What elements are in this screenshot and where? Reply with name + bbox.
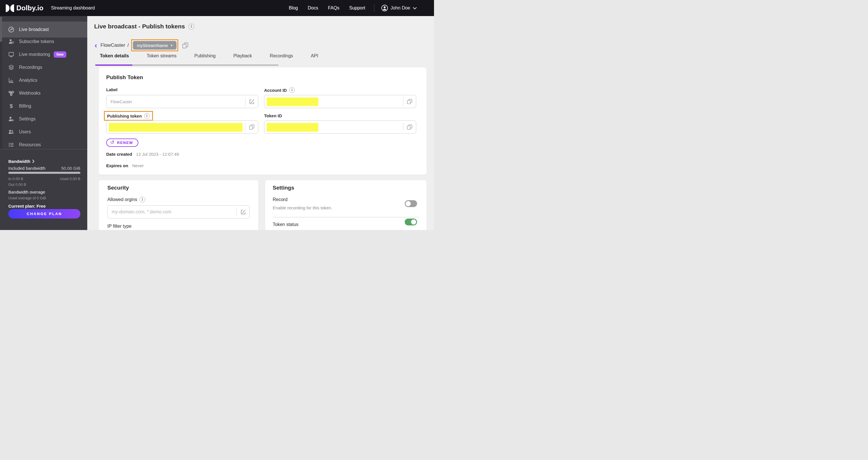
- token-id-input-box: [264, 121, 416, 134]
- edit-icon[interactable]: [237, 209, 249, 215]
- tab-underline-track: [95, 65, 278, 66]
- sidebar-item-label: Subscribe tokens: [19, 39, 54, 44]
- webhook-icon: [8, 90, 14, 96]
- sidebar-divider: [0, 149, 87, 150]
- breadcrumb-parent[interactable]: FlowCaster: [100, 42, 125, 48]
- nav-blog[interactable]: Blog: [289, 5, 298, 11]
- bandwidth-in-used-row: In 0.00 B Used 0.00 B: [8, 177, 81, 181]
- breadcrumb-separator: /: [127, 42, 129, 48]
- user-name: John Doe: [391, 5, 410, 11]
- renew-button[interactable]: ↺ RENEW: [106, 138, 138, 147]
- sidebar-item-live-monitoring[interactable]: Live monitoring New: [2, 48, 87, 61]
- included-bandwidth-row: Included bandwidth 50.00 GiB: [8, 166, 81, 171]
- copy-account-id-icon[interactable]: [403, 98, 416, 105]
- publishing-token-info-icon[interactable]: i: [144, 113, 150, 119]
- label-input[interactable]: [106, 99, 245, 104]
- tab-playback[interactable]: Playback: [229, 53, 257, 59]
- sidebar-item-subscribe-tokens[interactable]: Subscribe tokens: [2, 35, 87, 48]
- page-title-info-icon[interactable]: i: [188, 24, 194, 30]
- publish-token-card: Publish Token Label Account ID i: [99, 67, 427, 175]
- topnav-divider: [374, 4, 374, 12]
- tab-publishing[interactable]: Publishing: [190, 53, 220, 59]
- token-id-redaction: [267, 123, 318, 132]
- back-chevron-icon[interactable]: ‹: [95, 41, 97, 49]
- account-id-field-label: Account ID i: [264, 87, 295, 93]
- account-id-label-text: Account ID: [264, 88, 287, 93]
- top-nav: Blog Docs FAQs Support John Doe: [279, 4, 417, 12]
- renew-icon: ↺: [110, 139, 115, 145]
- change-plan-button[interactable]: CHANGE PLAN: [8, 209, 81, 219]
- renew-label: RENEW: [117, 140, 133, 145]
- sidebar-item-label: Settings: [19, 117, 36, 122]
- nav-support[interactable]: Support: [349, 5, 365, 11]
- sidebar-item-billing[interactable]: $ Billing: [2, 100, 87, 112]
- date-created-row: Date created 12 Jul 2023 - 12:07:49: [106, 152, 179, 157]
- sidebar-item-label: Live broadcast: [19, 27, 49, 32]
- allowed-origins-input[interactable]: [107, 209, 237, 215]
- included-bandwidth-label: Included bandwidth: [8, 166, 45, 171]
- stream-name-dropdown[interactable]: myStreamName ▾: [133, 41, 177, 50]
- user-avatar-icon: [381, 5, 388, 11]
- copy-token-id-icon[interactable]: [403, 124, 416, 130]
- settings-divider: [273, 217, 419, 218]
- chevron-right-icon: [32, 160, 34, 163]
- sidebar-item-recordings[interactable]: Recordings: [2, 61, 87, 74]
- sidebar-item-users[interactable]: Users: [2, 125, 87, 138]
- brand-name: Dolby.io: [17, 4, 43, 12]
- sidebar-item-label: Analytics: [19, 78, 37, 83]
- ip-filter-field-label: IP filter type: [107, 224, 131, 229]
- sidebar-item-webhooks[interactable]: Webhooks: [2, 87, 87, 100]
- nav-docs[interactable]: Docs: [308, 5, 318, 11]
- publishing-token-input-box: [106, 121, 258, 134]
- token-status-toggle[interactable]: [405, 219, 417, 225]
- bandwidth-used: Used 0.00 B: [60, 177, 81, 181]
- sidebar-scrollbar-thumb[interactable]: [0, 17, 2, 42]
- settings-heading: Settings: [273, 185, 294, 191]
- allowed-origins-label-text: Allowed orgins: [107, 197, 137, 202]
- tab-token-details[interactable]: Token details: [95, 53, 133, 59]
- edit-icon[interactable]: [245, 99, 258, 105]
- included-bandwidth-value: 50.00 GiB: [61, 166, 81, 171]
- bandwidth-link[interactable]: Bandwidth: [8, 159, 81, 164]
- copy-stream-name-icon[interactable]: [182, 42, 189, 49]
- sidebar-item-label: Resources: [19, 142, 41, 147]
- account-id-info-icon[interactable]: i: [289, 87, 295, 93]
- label-field-label: Label: [106, 87, 117, 92]
- copy-publishing-token-icon[interactable]: [245, 124, 258, 130]
- tab-api[interactable]: API: [306, 53, 323, 59]
- expires-row: Expires on Never: [106, 163, 144, 168]
- bandwidth-progress-bar: [8, 172, 81, 174]
- allowed-origins-field-label: Allowed orgins i: [107, 197, 145, 202]
- sidebar-item-label: Recordings: [19, 65, 42, 70]
- token-status-label: Token status: [273, 222, 299, 227]
- bandwidth-title: Bandwidth: [8, 159, 30, 164]
- chevron-down-icon: [413, 7, 417, 9]
- record-label: Record: [273, 197, 288, 202]
- account-id-redaction: [267, 98, 318, 106]
- tab-bar: Token details Token streams Publishing P…: [95, 53, 332, 59]
- annotation-highlight-stream: myStreamName ▾: [131, 39, 178, 51]
- tab-recordings[interactable]: Recordings: [265, 53, 298, 59]
- sidebar-item-settings[interactable]: Settings: [2, 112, 87, 125]
- dolby-logo[interactable]: Dolby.io: [6, 4, 43, 12]
- nav-faqs[interactable]: FAQs: [328, 5, 339, 11]
- sidebar-item-label: Webhooks: [19, 91, 40, 96]
- expires-label: Expires on: [106, 163, 128, 168]
- token-id-field-label: Token ID: [264, 113, 282, 118]
- expires-value: Never: [132, 163, 144, 168]
- publishing-token-label-text: Publishing token: [107, 113, 142, 119]
- record-toggle[interactable]: [405, 200, 417, 207]
- allowed-origins-input-box: [107, 205, 250, 219]
- sidebar-item-analytics[interactable]: Analytics: [2, 74, 87, 87]
- tab-token-streams[interactable]: Token streams: [142, 53, 181, 59]
- bandwidth-out: Out 0.00 B: [8, 183, 81, 187]
- user-menu[interactable]: John Doe: [381, 5, 417, 11]
- caret-down-icon: ▾: [171, 43, 173, 47]
- sidebar-item-label: Live monitoring: [19, 52, 50, 57]
- account-id-input-box: [264, 95, 416, 108]
- label-input-box: [106, 95, 258, 108]
- new-badge: New: [54, 51, 67, 58]
- dollar-icon: $: [8, 103, 14, 109]
- allowed-origins-info-icon[interactable]: i: [140, 197, 145, 202]
- breadcrumb: ‹ FlowCaster / myStreamName ▾: [95, 40, 189, 51]
